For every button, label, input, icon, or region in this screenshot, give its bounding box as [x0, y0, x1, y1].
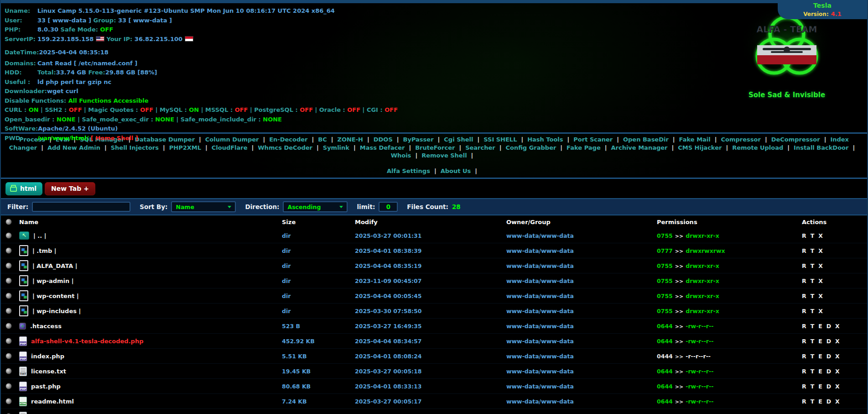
menu-item[interactable]: PHP2XML	[169, 144, 212, 151]
menu-item[interactable]: Add New Admin	[47, 144, 111, 151]
menu-item[interactable]: Config Grabber	[505, 144, 567, 151]
file-permissions[interactable]: 0644>>-rw-r--r--	[657, 383, 802, 390]
file-name-link[interactable]: | wp-includes |	[32, 308, 81, 314]
action-link[interactable]: T	[811, 323, 815, 330]
file-name-link[interactable]: .htaccess	[30, 323, 62, 330]
action-link[interactable]: R	[802, 353, 806, 360]
menu-item[interactable]: BruteForcer	[415, 144, 465, 151]
action-link[interactable]: E	[818, 323, 822, 330]
file-permissions[interactable]: 0755>>drwxr-xr-x	[657, 278, 802, 284]
action-link[interactable]: R	[802, 398, 806, 405]
action-link[interactable]: R	[802, 323, 806, 330]
action-link[interactable]: X	[835, 323, 840, 330]
info-segment[interactable]: [ Home Shell ]	[91, 135, 138, 141]
action-link[interactable]: T	[811, 368, 815, 375]
menu-item[interactable]: CloudFlare	[212, 144, 258, 151]
file-name-link[interactable]: readme.html	[31, 398, 74, 405]
file-permissions[interactable]: 0777>>drwxrwxrwx	[657, 247, 802, 254]
menu-item[interactable]: Changer	[9, 144, 47, 151]
row-radio[interactable]	[5, 368, 12, 374]
tab-current-dir[interactable]: html	[5, 182, 42, 195]
action-link[interactable]: R	[802, 232, 806, 239]
menu-item[interactable]: Remote Upload	[732, 144, 794, 151]
row-radio[interactable]	[5, 353, 12, 359]
action-link[interactable]: T	[811, 293, 815, 299]
row-radio[interactable]	[5, 247, 12, 254]
action-link[interactable]: T	[811, 398, 815, 405]
action-link[interactable]: T	[811, 232, 815, 239]
file-name-link[interactable]: license.txt	[31, 368, 66, 375]
action-link[interactable]: E	[818, 353, 822, 360]
menu-item[interactable]: Mass Defacer	[360, 144, 415, 151]
menu-item[interactable]: Install BackDoor	[794, 144, 859, 151]
action-link[interactable]: X	[818, 232, 823, 239]
row-radio[interactable]	[5, 278, 12, 284]
row-radio[interactable]	[5, 308, 12, 314]
file-name-link[interactable]: | ALFA_DATA |	[32, 262, 78, 269]
action-link[interactable]: D	[826, 368, 831, 375]
menu-item[interactable]: Whmcs DeCoder	[258, 144, 322, 151]
file-permissions[interactable]: 0644>>-rw-r--r--	[657, 338, 802, 345]
action-link[interactable]: E	[818, 383, 822, 390]
info-segment[interactable]: /var/www/html/	[37, 135, 88, 141]
row-radio[interactable]	[5, 232, 12, 239]
action-link[interactable]: R	[802, 247, 806, 254]
action-link[interactable]: T	[811, 247, 815, 254]
action-link[interactable]: T	[811, 278, 815, 284]
filter-input[interactable]	[32, 202, 130, 212]
action-link[interactable]: X	[835, 398, 840, 405]
file-permissions[interactable]: 0644>>-rw-r--r--	[657, 323, 802, 330]
action-link[interactable]: X	[835, 383, 840, 390]
sort-by-select[interactable]: Name	[171, 201, 236, 212]
file-name-link[interactable]: | .. |	[33, 232, 46, 239]
file-permissions[interactable]: 0755>>drwxr-xr-x	[657, 293, 802, 299]
action-link[interactable]: E	[818, 368, 822, 375]
action-link[interactable]: X	[818, 278, 823, 284]
file-permissions[interactable]: 0755>>drwxr-xr-x	[657, 262, 802, 269]
file-name-link[interactable]: | .tmb |	[32, 247, 57, 254]
menu-item[interactable]: Searcher	[465, 144, 505, 151]
action-link[interactable]: T	[811, 353, 815, 360]
row-radio[interactable]	[5, 293, 12, 299]
menu-item[interactable]: Remove Shell	[421, 152, 477, 159]
file-name-link[interactable]: | wp-content |	[32, 293, 79, 299]
action-link[interactable]: D	[826, 338, 831, 345]
action-link[interactable]: D	[826, 398, 831, 405]
action-link[interactable]: T	[811, 308, 815, 314]
action-link[interactable]: R	[802, 278, 806, 284]
action-link[interactable]: D	[826, 353, 831, 360]
new-tab-button[interactable]: New Tab +	[45, 182, 95, 195]
action-link[interactable]: X	[835, 353, 840, 360]
row-radio[interactable]	[5, 383, 12, 389]
direction-select[interactable]: Ascending	[283, 201, 348, 212]
file-permissions[interactable]: 0644>>-rw-r--r--	[657, 368, 802, 375]
action-link[interactable]: E	[818, 398, 822, 405]
limit-input[interactable]	[379, 202, 398, 212]
action-link[interactable]: R	[802, 262, 806, 269]
menu-item[interactable]: Whois	[391, 152, 421, 159]
file-permissions[interactable]: 0755>>drwxr-xr-x	[657, 308, 802, 314]
action-link[interactable]: X	[818, 293, 823, 299]
action-link[interactable]: T	[811, 383, 815, 390]
file-permissions[interactable]: 0755>>drwxr-xr-x	[657, 232, 802, 239]
row-radio[interactable]	[5, 262, 12, 269]
action-link[interactable]: R	[802, 368, 806, 375]
action-link[interactable]: R	[802, 338, 806, 345]
action-link[interactable]: X	[818, 247, 823, 254]
file-name-link[interactable]: alfa-shell-v4.1-tesla-decoded.php	[31, 338, 143, 345]
file-permissions[interactable]: 0644>>-rw-r--r--	[657, 398, 802, 405]
file-name-link[interactable]: past.php	[31, 383, 61, 390]
action-link[interactable]: D	[826, 323, 831, 330]
action-link[interactable]: X	[835, 338, 840, 345]
menu-item[interactable]: About Us	[441, 168, 481, 174]
action-link[interactable]: X	[818, 262, 823, 269]
menu-item[interactable]: CMS Hijacker	[678, 144, 732, 151]
file-name-link[interactable]: | wp-admin |	[32, 278, 74, 284]
menu-item[interactable]: Archive Manager	[611, 144, 678, 151]
action-link[interactable]: T	[811, 338, 815, 345]
menu-item[interactable]: Symlink	[323, 144, 360, 151]
action-link[interactable]: X	[818, 308, 823, 314]
menu-item[interactable]: Shell Injectors	[111, 144, 169, 151]
row-radio[interactable]	[5, 323, 12, 329]
action-link[interactable]: D	[826, 383, 831, 390]
